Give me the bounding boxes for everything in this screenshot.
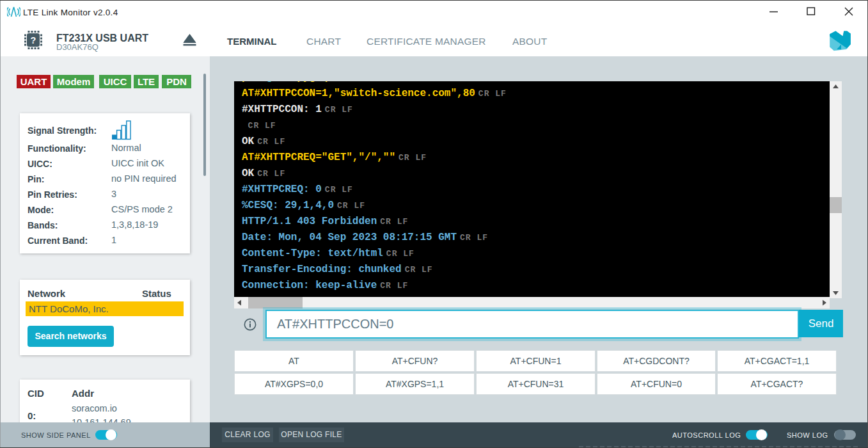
svg-text:?: ?	[31, 35, 36, 45]
